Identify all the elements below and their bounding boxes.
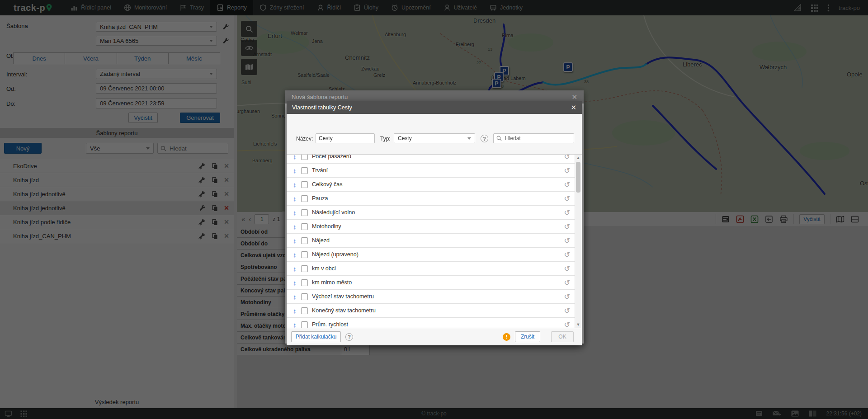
undo-icon[interactable]: ↺ bbox=[564, 236, 570, 245]
scrollbar[interactable]: ▲ ▼ bbox=[575, 155, 581, 328]
type-select-value: Cesty bbox=[398, 135, 412, 141]
column-row-v-choz-stav-tachometru: ↕Výchozí stav tachometru↺ bbox=[287, 290, 575, 304]
column-checkbox[interactable] bbox=[301, 181, 308, 188]
drag-handle-icon[interactable]: ↕ bbox=[293, 154, 301, 160]
add-calculator-button[interactable]: Přidat kalkulačku bbox=[291, 331, 341, 342]
column-checkbox[interactable] bbox=[301, 321, 308, 328]
type-select[interactable]: Cesty bbox=[394, 133, 475, 143]
column-row-kone-n-stav-tachometru: ↕Konečný stav tachometru↺ bbox=[287, 304, 575, 318]
column-label: Prům. rychlost bbox=[312, 321, 348, 328]
column-label: Následující volno bbox=[312, 209, 355, 216]
drag-handle-icon[interactable]: ↕ bbox=[293, 195, 301, 202]
column-checkbox[interactable] bbox=[301, 167, 308, 174]
column-row-trv-n: ↕Trvání↺ bbox=[287, 164, 575, 178]
drag-handle-icon[interactable]: ↕ bbox=[293, 181, 301, 188]
column-label: Počet pasažerů bbox=[312, 154, 351, 160]
drag-handle-icon[interactable]: ↕ bbox=[293, 251, 301, 259]
column-checkbox[interactable] bbox=[301, 293, 308, 300]
column-checkbox[interactable] bbox=[301, 209, 308, 216]
drag-handle-icon[interactable]: ↕ bbox=[293, 307, 301, 315]
undo-icon[interactable]: ↺ bbox=[564, 166, 570, 175]
cancel-button[interactable]: Zrušit bbox=[515, 331, 540, 342]
undo-icon[interactable]: ↺ bbox=[564, 250, 570, 259]
undo-icon[interactable]: ↺ bbox=[564, 264, 570, 273]
scroll-up-icon[interactable]: ▲ bbox=[575, 155, 581, 161]
scroll-thumb[interactable] bbox=[576, 162, 580, 193]
column-row-n-jezd-upraveno: ↕Nájezd (upraveno)↺ bbox=[287, 248, 575, 262]
undo-icon[interactable]: ↺ bbox=[564, 278, 570, 287]
column-row-pr-m-rychlost: ↕Prům. rychlost↺ bbox=[287, 318, 575, 328]
table-properties-dialog: Vlastnosti tabulky Cesty ✕ Název: Typ: C… bbox=[287, 101, 582, 345]
column-checkbox[interactable] bbox=[301, 237, 308, 244]
undo-icon[interactable]: ↺ bbox=[564, 180, 570, 189]
column-row-n-jezd: ↕Nájezd↺ bbox=[287, 234, 575, 248]
drag-handle-icon[interactable]: ↕ bbox=[293, 209, 301, 217]
column-row-po-et-pasa-er: ↕Počet pasažerů↺ bbox=[287, 154, 575, 164]
column-label: Celkový čas bbox=[312, 181, 342, 188]
undo-icon[interactable]: ↺ bbox=[564, 292, 570, 301]
column-label: Pauza bbox=[312, 195, 328, 202]
column-row-n-sleduj-c-volno: ↕Následující volno↺ bbox=[287, 206, 575, 220]
column-checkbox[interactable] bbox=[301, 154, 308, 160]
undo-icon[interactable]: ↺ bbox=[564, 194, 570, 203]
undo-icon[interactable]: ↺ bbox=[564, 208, 570, 217]
drag-handle-icon[interactable]: ↕ bbox=[293, 321, 301, 329]
column-row-pauza: ↕Pauza↺ bbox=[287, 192, 575, 206]
ok-button[interactable]: OK bbox=[551, 331, 574, 342]
column-search[interactable] bbox=[493, 133, 574, 143]
columns-list: ↕Počet pasažerů↺↕Trvání↺↕Celkový čas↺↕Pa… bbox=[287, 154, 582, 328]
column-checkbox[interactable] bbox=[301, 223, 308, 230]
column-checkbox[interactable] bbox=[301, 265, 308, 272]
column-checkbox[interactable] bbox=[301, 195, 308, 202]
column-row-km-mimo-m-sto: ↕km mimo město↺ bbox=[287, 276, 575, 290]
drag-handle-icon[interactable]: ↕ bbox=[293, 293, 301, 301]
column-label: km mimo město bbox=[312, 279, 352, 286]
column-label: Konečný stav tachometru bbox=[312, 307, 376, 314]
column-checkbox[interactable] bbox=[301, 251, 308, 258]
name-input[interactable] bbox=[316, 133, 375, 143]
column-label: Nájezd (upraveno) bbox=[312, 251, 359, 258]
drag-handle-icon[interactable]: ↕ bbox=[293, 167, 301, 174]
warning-icon: ! bbox=[503, 333, 510, 341]
column-label: km v obci bbox=[312, 265, 336, 272]
help-icon[interactable]: ? bbox=[481, 135, 488, 142]
column-label: Nájezd bbox=[312, 237, 330, 244]
undo-icon[interactable]: ↺ bbox=[564, 320, 570, 329]
column-checkbox[interactable] bbox=[301, 279, 308, 286]
drag-handle-icon[interactable]: ↕ bbox=[293, 223, 301, 231]
drag-handle-icon[interactable]: ↕ bbox=[293, 237, 301, 245]
drag-handle-icon[interactable]: ↕ bbox=[293, 279, 301, 287]
undo-icon[interactable]: ↺ bbox=[564, 306, 570, 315]
close-icon[interactable]: ✕ bbox=[571, 104, 576, 112]
dialog-fields: Název: Typ: Cesty ? SloupceNastavení bbox=[287, 114, 582, 154]
dialog-title: Vlastnosti tabulky Cesty bbox=[292, 104, 352, 111]
column-checkbox[interactable] bbox=[301, 307, 308, 314]
search-icon bbox=[496, 136, 502, 141]
column-label: Výchozí stav tachometru bbox=[312, 293, 374, 300]
column-row-celkov-as: ↕Celkový čas↺ bbox=[287, 178, 575, 192]
undo-icon[interactable]: ↺ bbox=[564, 154, 570, 161]
column-label: Motohodiny bbox=[312, 223, 341, 230]
undo-icon[interactable]: ↺ bbox=[564, 222, 570, 231]
scroll-down-icon[interactable]: ▼ bbox=[575, 321, 581, 328]
dialog-footer: Přidat kalkulačku ? ! Zrušit OK bbox=[287, 328, 582, 345]
column-search-input[interactable] bbox=[504, 135, 571, 142]
column-row-km-v-obci: ↕km v obci↺ bbox=[287, 262, 575, 276]
type-label: Typ: bbox=[380, 136, 391, 142]
column-label: Trvání bbox=[312, 167, 328, 174]
dialog-titlebar: Vlastnosti tabulky Cesty ✕ bbox=[287, 101, 582, 114]
chevron-down-icon bbox=[467, 137, 471, 140]
drag-handle-icon[interactable]: ↕ bbox=[293, 265, 301, 273]
help-icon[interactable]: ? bbox=[345, 333, 353, 341]
column-row-motohodiny: ↕Motohodiny↺ bbox=[287, 220, 575, 234]
name-label: Název: bbox=[296, 136, 313, 142]
